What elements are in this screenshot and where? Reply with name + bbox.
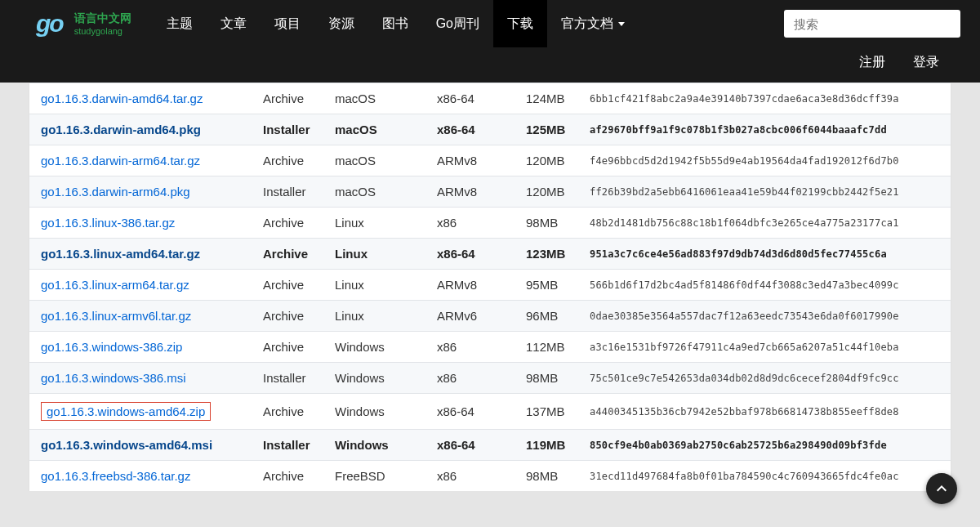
nav-item-label: 主题 [167,16,193,33]
cell-filename: go1.16.3.darwin-arm64.tar.gz [29,145,255,176]
cell-filename: go1.16.3.windows-amd64.msi [29,430,255,461]
cell-os: Linux [327,208,429,239]
nav-item-7[interactable]: 官方文档 [547,0,639,47]
nav-item-5[interactable]: Go周刊 [422,0,493,47]
table-row: go1.16.3.windows-amd64.msiInstallerWindo… [29,430,951,461]
cell-os: Windows [327,430,429,461]
download-link[interactable]: go1.16.3.windows-amd64.msi [41,438,212,452]
nav-item-0[interactable]: 主题 [153,0,207,47]
cell-kind: Installer [255,430,327,461]
cell-sha256: a4400345135b36cb7942e52bbaf978b66814738b… [581,394,951,430]
cell-kind: Archive [255,270,327,301]
cell-filename: go1.16.3.linux-386.tar.gz [29,208,255,239]
nav-item-2[interactable]: 项目 [261,0,314,47]
cell-arch: x86-64 [429,239,518,270]
downloads-table: go1.16.3.darwin-amd64.tar.gzArchivemacOS… [29,83,951,491]
download-link[interactable]: go1.16.3.windows-amd64.zip [47,404,205,418]
cell-size: 96MB [518,301,581,332]
table-row: go1.16.3.windows-amd64.zipArchiveWindows… [29,394,951,430]
register-link[interactable]: 注册 [859,54,885,71]
cell-size: 98MB [518,363,581,394]
cell-filename: go1.16.3.linux-amd64.tar.gz [29,239,255,270]
download-link[interactable]: go1.16.3.linux-armv6l.tar.gz [41,309,191,323]
cell-os: Linux [327,270,429,301]
logo-en: studygolang [74,26,122,36]
cell-size: 112MB [518,332,581,363]
cell-arch: x86-64 [429,430,518,461]
download-link[interactable]: go1.16.3.darwin-amd64.tar.gz [41,92,203,105]
cell-arch: x86 [429,363,518,394]
cell-arch: ARMv8 [429,270,518,301]
download-link[interactable]: go1.16.3.freebsd-386.tar.gz [41,469,190,483]
nav-menu: 主题文章项目资源图书Go周刊下载官方文档 [153,0,639,47]
login-link[interactable]: 登录 [913,54,939,71]
cell-filename: go1.16.3.linux-armv6l.tar.gz [29,301,255,332]
caret-down-icon [618,22,625,26]
cell-kind: Archive [255,332,327,363]
cell-sha256: a3c16e1531bf9726f47911c4a9ed7cb665a6207a… [581,332,951,363]
highlighted-file-box: go1.16.3.windows-amd64.zip [41,402,211,421]
cell-size: 119MB [518,430,581,461]
cell-kind: Installer [255,114,327,145]
cell-size: 125MB [518,114,581,145]
nav-item-label: 资源 [328,16,354,33]
download-link[interactable]: go1.16.3.darwin-arm64.pkg [41,185,190,199]
download-link[interactable]: go1.16.3.darwin-amd64.pkg [41,123,201,136]
cell-os: Windows [327,394,429,430]
cell-sha256: 566b1d6f17d2bc4ad5f81486f0df44f3088c3ed4… [581,270,951,301]
table-row: go1.16.3.darwin-arm64.pkgInstallermacOSA… [29,176,951,208]
cell-arch: x86 [429,332,518,363]
nav-item-1[interactable]: 文章 [207,0,261,47]
table-row: go1.16.3.windows-386.zipArchiveWindowsx8… [29,332,951,363]
cell-os: Windows [327,332,429,363]
cell-kind: Archive [255,83,327,114]
download-link[interactable]: go1.16.3.windows-386.msi [41,371,186,385]
download-link[interactable]: go1.16.3.darwin-arm64.tar.gz [41,154,200,167]
cell-size: 120MB [518,145,581,176]
cell-size: 120MB [518,176,581,208]
table-row: go1.16.3.windows-386.msiInstallerWindows… [29,363,951,394]
table-row: go1.16.3.linux-386.tar.gzArchiveLinuxx86… [29,208,951,239]
cell-os: Linux [327,301,429,332]
cell-filename: go1.16.3.windows-amd64.zip [29,394,255,430]
cell-kind: Archive [255,301,327,332]
cell-arch: x86 [429,461,518,492]
cell-sha256: 31ecd11d497684fa8b0f01ba784590c4c7609436… [581,461,951,492]
search-input[interactable] [794,17,951,31]
nav-item-6[interactable]: 下载 [493,0,547,47]
download-link[interactable]: go1.16.3.linux-386.tar.gz [41,216,175,230]
cell-arch: x86-64 [429,394,518,430]
cell-sha256: 850cf9e4b0ab0369ab2750c6ab25725b6a298490… [581,430,951,461]
cell-size: 98MB [518,208,581,239]
table-row: go1.16.3.linux-arm64.tar.gzArchiveLinuxA… [29,270,951,301]
nav-item-3[interactable]: 资源 [314,0,368,47]
table-row: go1.16.3.freebsd-386.tar.gzArchiveFreeBS… [29,461,951,492]
cell-size: 95MB [518,270,581,301]
cell-arch: ARMv8 [429,145,518,176]
site-logo[interactable]: go 语言中文网 studygolang [36,10,131,38]
download-link[interactable]: go1.16.3.windows-386.zip [41,340,182,354]
cell-sha256: f4e96bbcd5d2d1942f5b55d9e4ab19564da4fad1… [581,145,951,176]
logo-cn: 语言中文网 [74,11,131,26]
cell-os: macOS [327,176,429,208]
table-row: go1.16.3.linux-armv6l.tar.gzArchiveLinux… [29,301,951,332]
download-link[interactable]: go1.16.3.linux-amd64.tar.gz [41,247,200,261]
download-link[interactable]: go1.16.3.linux-arm64.tar.gz [41,278,189,292]
cell-filename: go1.16.3.linux-arm64.tar.gz [29,270,255,301]
table-row: go1.16.3.linux-amd64.tar.gzArchiveLinuxx… [29,239,951,270]
cell-arch: x86-64 [429,114,518,145]
logo-go-icon: go [36,10,63,38]
navbar: go 语言中文网 studygolang 主题文章项目资源图书Go周刊下载官方文… [0,0,980,47]
auth-bar: 注册 登录 [0,47,980,83]
cell-arch: x86 [429,208,518,239]
cell-kind: Installer [255,176,327,208]
cell-arch: x86-64 [429,83,518,114]
search-box[interactable] [784,10,960,38]
cell-kind: Archive [255,394,327,430]
cell-arch: ARMv6 [429,301,518,332]
cell-kind: Archive [255,208,327,239]
nav-item-label: 官方文档 [561,16,613,33]
table-row: go1.16.3.darwin-amd64.tar.gzArchivemacOS… [29,83,951,114]
nav-item-4[interactable]: 图书 [368,0,422,47]
chevron-up-icon [935,482,948,491]
